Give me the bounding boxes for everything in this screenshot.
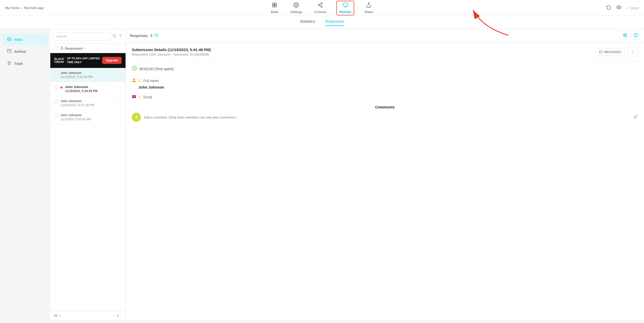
attach-icon[interactable] — [633, 114, 638, 120]
comment-avatar-initial: J — [135, 115, 138, 119]
field-email: 2. Email — [132, 94, 638, 100]
sidebar-item-inbox[interactable]: Inbox ⋮ — [2, 34, 48, 45]
response-checkbox-1[interactable] — [54, 71, 58, 75]
nav-right: ✓ Done — [605, 4, 639, 12]
comment-avatar: J — [132, 113, 141, 122]
prev-page-button[interactable]: ‹ — [114, 314, 115, 317]
email-filled-icon — [132, 94, 136, 99]
sub-nav: Statistics Responses — [0, 16, 644, 29]
response-checkbox-2[interactable] — [54, 86, 58, 90]
respondent-label: Respondent — [60, 46, 87, 50]
response-date-1: 11/15/2023, 5:41:48 PM — [60, 75, 116, 79]
sidebar-item-trash[interactable]: Trash — [2, 58, 48, 69]
svg-rect-0 — [272, 3, 274, 5]
grid-view-button[interactable] — [621, 32, 629, 40]
response-item[interactable]: John Johnsom 11/1/2023, 5:33:42 AM ☆ — [50, 110, 126, 124]
done-check-icon: ✓ — [625, 6, 628, 10]
response-name-4: John Johnsom — [60, 113, 116, 117]
breadcrumb-current[interactable]: Test form.app — [24, 6, 44, 10]
comment-input[interactable] — [144, 115, 630, 119]
friday-label: FRIDAY — [54, 60, 64, 63]
upgrade-button[interactable]: Upgrade — [102, 57, 122, 64]
view-toggle — [621, 32, 640, 40]
response-checkbox-3[interactable] — [54, 100, 58, 104]
search-input[interactable] — [53, 32, 110, 41]
more-options-button[interactable]: ⋮ — [627, 48, 638, 56]
response-item[interactable]: John Johnsom 11/15/2023, 12:47:26 PM ☆ — [50, 96, 126, 110]
subnav-responses[interactable]: Responses — [325, 19, 344, 26]
promo-text: UP TO 65% OFF LIMITED TIME ONLY — [67, 57, 100, 64]
detail-header-actions: MESSAGES ⋮ — [595, 48, 638, 56]
done-label: Done — [630, 6, 639, 10]
response-star-1[interactable]: ☆ — [118, 71, 122, 76]
comment-input-row: J — [132, 113, 638, 122]
response-info-3: John Johnsom 11/15/2023, 12:47:26 PM — [60, 99, 116, 107]
sidebar-inbox-menu-icon[interactable]: ⋮ — [39, 37, 43, 42]
svg-point-4 — [296, 4, 297, 6]
detail-header-info: Submission Details (11/15/2023, 5:41:48 … — [132, 48, 211, 56]
comments-title: Comments — [132, 105, 638, 109]
svg-point-5 — [321, 3, 323, 4]
search-bar — [50, 29, 126, 44]
sidebar-archive-label: Archive — [14, 50, 43, 54]
person-filled-icon — [132, 78, 136, 83]
select-all-checkbox[interactable] — [54, 46, 58, 50]
preview-button[interactable] — [615, 4, 622, 12]
middle-panel: Respondent BLACK FRIDAY UP TO 65% OFF LI… — [50, 29, 126, 320]
next-page-button[interactable]: › — [121, 314, 122, 317]
response-date-4: 11/1/2023, 5:33:42 AM — [60, 117, 116, 121]
inbox-icon — [7, 37, 12, 42]
svg-rect-26 — [624, 35, 625, 37]
field-fullname: 1. Full name John Johnson — [132, 78, 638, 89]
response-checkbox-4[interactable] — [54, 114, 58, 118]
done-button[interactable]: ✓ Done — [625, 6, 639, 10]
subnav-statistics[interactable]: Statistics — [300, 19, 315, 26]
unread-dot-2 — [60, 87, 62, 89]
response-item[interactable]: John Johnsom 11/15/2023, 5:41:48 PM ☆ — [50, 68, 126, 82]
response-name-1: John Johnsom — [60, 71, 116, 75]
field-label-1: Full name — [143, 79, 159, 83]
svg-rect-10 — [343, 3, 348, 6]
history-button[interactable] — [605, 4, 612, 12]
messages-icon — [599, 50, 603, 54]
refresh-icon[interactable] — [154, 33, 158, 38]
sidebar-item-archive[interactable]: Archive — [2, 46, 48, 57]
svg-line-19 — [115, 37, 116, 37]
email-icon — [132, 94, 136, 100]
responses-top-bar: Responses: 5 — [126, 29, 644, 43]
share-icon — [366, 2, 372, 9]
nav-settings-label: Settings — [290, 10, 302, 14]
nav-settings[interactable]: Settings — [288, 1, 304, 15]
time-spent-value: 00:02:00 (Time spent) — [139, 67, 174, 71]
field-label-2: Email — [143, 95, 152, 99]
per-page-value: 20 — [54, 314, 57, 317]
response-star-4[interactable]: ☆ — [118, 114, 122, 118]
breadcrumb-home[interactable]: My Forms — [5, 6, 20, 10]
nav-build[interactable]: Build — [269, 1, 280, 15]
settings-icon — [293, 2, 299, 9]
results-icon — [343, 2, 348, 9]
sidebar-inbox-label: Inbox — [14, 37, 37, 42]
right-content: Submission Details (11/15/2023, 5:41:48 … — [126, 43, 644, 320]
response-item[interactable]: John Johnsom 11/15/2023, 5:39:35 PM ☆ — [50, 82, 126, 96]
field-email-label: 2. Email — [132, 94, 638, 100]
nav-share-label: Share — [364, 10, 373, 14]
response-list: John Johnsom 11/15/2023, 5:41:48 PM ☆ Jo… — [50, 68, 126, 311]
search-icon[interactable] — [112, 34, 116, 39]
split-view-button[interactable] — [631, 32, 640, 40]
response-star-3[interactable]: ☆ — [118, 100, 122, 104]
response-name-3: John Johnsom — [60, 99, 116, 103]
sidebar-trash-label: Trash — [14, 62, 43, 66]
nav-results[interactable]: Results — [336, 1, 354, 15]
nav-share[interactable]: Share — [362, 1, 375, 15]
response-star-2[interactable]: ☆ — [118, 86, 122, 90]
filter-icon[interactable] — [118, 34, 123, 39]
response-info-2: John Johnsom 11/15/2023, 5:39:35 PM — [65, 85, 116, 93]
responses-label: Responses: — [130, 34, 148, 38]
nav-connect[interactable]: Connect — [312, 1, 328, 15]
per-page-select[interactable]: 20 — [54, 314, 61, 317]
svg-line-9 — [319, 4, 321, 5]
svg-point-6 — [318, 4, 320, 6]
messages-button[interactable]: MESSAGES — [595, 48, 625, 56]
respondent-dropdown-icon[interactable] — [84, 47, 87, 50]
